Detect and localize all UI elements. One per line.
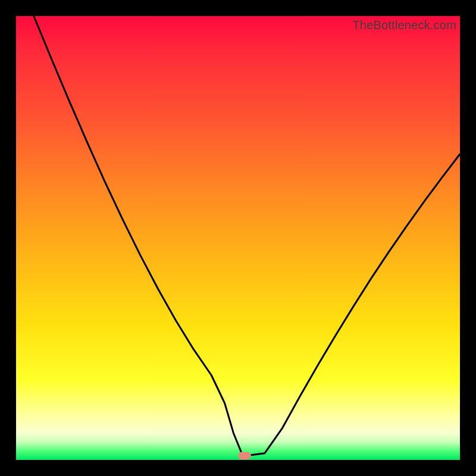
chart-frame: TheBottleneck.com: [0, 0, 476, 476]
plot-area: TheBottleneck.com: [16, 16, 460, 460]
bottleneck-curve: [16, 16, 460, 460]
optimal-point-marker: [238, 452, 251, 459]
